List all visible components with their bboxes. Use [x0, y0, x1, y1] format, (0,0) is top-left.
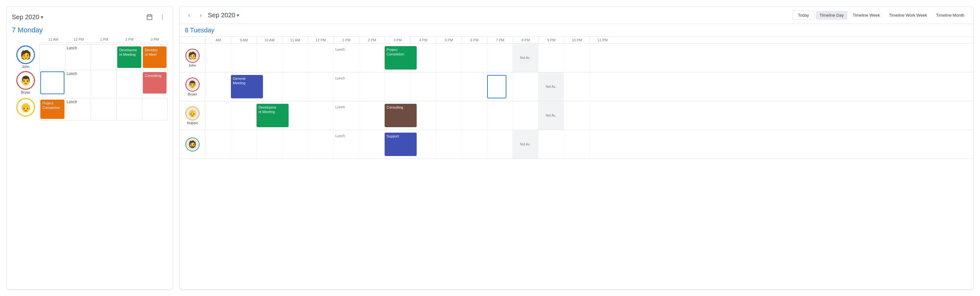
left-day-title: 7 Monday: [12, 26, 167, 34]
left-month-label: Sep 2020: [12, 13, 40, 21]
time-11am: 11 AM: [41, 38, 66, 41]
tl-cells-person4[interactable]: Lunch Support Not Av..: [205, 130, 973, 159]
view-timeline-work-week[interactable]: Timeline Work Week: [885, 11, 931, 19]
robert-project-completion[interactable]: ProjectCompletion: [40, 100, 64, 119]
view-timeline-day[interactable]: Timeline Day: [816, 11, 847, 19]
john-grid: [205, 44, 973, 72]
avatar-area-bryan: 👨 Bryan: [12, 71, 40, 94]
john-dev-meeting2[interactable]: Developnt Meet: [143, 46, 167, 68]
robert-cells: ProjectCompletion Lunch: [40, 98, 167, 121]
left-header-icons: [145, 12, 167, 22]
john-lunch: Lunch: [67, 46, 77, 50]
robert-tl-not-avail: Not Av..: [538, 101, 564, 130]
john-cells: Lunch Development Meeting Developnt Meet: [40, 44, 167, 70]
today-button[interactable]: Today: [792, 11, 815, 20]
bryan-label: Bryan: [21, 90, 30, 94]
bryan-grid: [205, 72, 973, 101]
svg-point-4: [162, 15, 163, 16]
robert-cell-12pm[interactable]: Lunch: [65, 98, 91, 121]
bryan-cell-12pm[interactable]: Lunch: [65, 70, 91, 95]
right-panel: ‹ › Sep 2020 ▾ Today Timeline Day Timeli…: [179, 6, 974, 290]
calendar-icon[interactable]: [145, 12, 155, 22]
bryan-cell-11am[interactable]: [40, 70, 65, 95]
tl-time-7pm: 7 PM: [487, 37, 513, 43]
left-panel: Sep 2020 ▾ 7 Monday 1: [6, 6, 173, 290]
tl-cells-john[interactable]: Lunch ProjectCompletion Not Av..: [205, 44, 973, 72]
view-timeline-month[interactable]: Timeline Month: [932, 11, 968, 19]
tl-time-12pm: 12 PM: [308, 37, 333, 43]
tl-time-9am: 9 AM: [231, 37, 256, 43]
person4-tl-support[interactable]: Support: [385, 133, 417, 156]
bryan-tl-general-meeting[interactable]: GeneralMeeting: [231, 75, 263, 98]
person4-tl-lunch: Lunch: [333, 133, 347, 139]
tl-cells-robert[interactable]: Development Meeting Lunch Consulting Not…: [205, 101, 973, 130]
robert-cell-2pm[interactable]: [116, 98, 142, 121]
john-dev-meeting[interactable]: Development Meeting: [117, 46, 141, 68]
robert-grid: [205, 101, 973, 130]
left-row-bryan: 👨 Bryan Lunch Consulting: [12, 70, 167, 95]
avatar-john: 🧑: [16, 46, 35, 64]
person4-grid: [205, 130, 973, 159]
john-cell-1pm[interactable]: [91, 44, 116, 70]
john-tl-project-completion[interactable]: ProjectCompletion: [385, 46, 417, 70]
left-month-title[interactable]: Sep 2020 ▾: [12, 13, 43, 21]
left-header: Sep 2020 ▾: [12, 12, 167, 22]
chevron-down-icon: ▾: [41, 14, 43, 20]
bryan-tl-not-avail: Not Av..: [538, 72, 564, 101]
avatar-robert: 👴: [16, 98, 35, 116]
next-button[interactable]: ›: [196, 11, 205, 20]
robert-cell-1pm[interactable]: [91, 98, 116, 121]
robert-cell-3pm[interactable]: [142, 98, 167, 121]
tl-avatar-robert: 👴: [185, 107, 199, 121]
robert-cell-11am[interactable]: ProjectCompletion: [40, 98, 65, 121]
avatar-area-robert: 👴: [12, 98, 40, 116]
bryan-consulting[interactable]: Consulting: [143, 72, 167, 94]
robert-tl-consulting[interactable]: Consulting: [385, 104, 417, 127]
tl-time-11am: 11 AM: [282, 37, 308, 43]
bryan-tl-lunch: Lunch: [333, 75, 347, 81]
robert-tl-dev-meeting[interactable]: Development Meeting: [256, 104, 288, 127]
tl-person-robert: 👴 Robert: [180, 101, 205, 130]
right-month-title[interactable]: Sep 2020 ▾: [208, 11, 239, 19]
time-2pm: 2 PM: [117, 38, 142, 41]
time-3pm: 3 PM: [142, 38, 167, 41]
time-12pm: 12 PM: [66, 38, 91, 41]
john-cell-3pm[interactable]: Developnt Meet: [142, 44, 167, 70]
john-cell-2pm[interactable]: Development Meeting: [116, 44, 142, 70]
john-cell-12pm[interactable]: Lunch: [65, 44, 91, 70]
right-month-label: Sep 2020: [208, 11, 235, 19]
tl-label-bryan: Bryan: [188, 92, 197, 96]
timeline-row-john: 🧑 John: [180, 44, 973, 72]
left-time-header: 11 AM 12 PM 1 PM 2 PM 3 PM: [41, 38, 167, 43]
view-timeline-week[interactable]: Timeline Week: [849, 11, 884, 19]
prev-button[interactable]: ‹: [185, 11, 194, 20]
bryan-tl-blue-outline[interactable]: [487, 75, 506, 98]
bryan-cell-2pm[interactable]: [116, 70, 142, 95]
right-header: ‹ › Sep 2020 ▾ Today Timeline Day Timeli…: [180, 7, 973, 24]
left-row-john: 🧑 John Lunch Development Meeting Develop…: [12, 44, 167, 70]
more-options-icon[interactable]: [157, 12, 167, 22]
tl-time-8pm: 8 PM: [513, 37, 538, 43]
tl-avatar-john: 🧑: [185, 49, 199, 63]
tl-person-bryan: 👨 Bryan: [180, 72, 205, 101]
tl-time-am: AM: [205, 37, 231, 43]
bryan-blue-outline[interactable]: [40, 72, 64, 94]
bryan-cell-3pm[interactable]: Consulting: [142, 70, 167, 95]
avatar-bryan: 👨: [16, 71, 35, 90]
timeline-row-bryan: 👨 Bryan: [180, 72, 973, 101]
right-chevron-icon: ▾: [237, 12, 239, 18]
left-row-robert: 👴 ProjectCompletion Lunch: [12, 95, 167, 118]
john-cell-11am[interactable]: [40, 44, 65, 70]
bryan-cell-1pm[interactable]: [91, 70, 116, 95]
tl-cells-bryan[interactable]: GeneralMeeting Lunch Not Av..: [205, 72, 973, 101]
tl-time-10pm: 10 PM: [564, 37, 590, 43]
john-tl-lunch: Lunch: [333, 46, 347, 53]
svg-point-6: [162, 19, 163, 19]
tl-time-6pm: 6 PM: [461, 37, 487, 43]
right-header-right: Today Timeline Day Timeline Week Timelin…: [792, 11, 968, 20]
timeline-row-robert: 👴 Robert: [180, 101, 973, 130]
tl-person-person4: 🧔: [180, 130, 205, 159]
timeline-container: AM 9 AM 10 AM 11 AM 12 PM 1 PM 2 PM 3 PM…: [180, 37, 973, 159]
bryan-cells: Lunch Consulting: [40, 70, 167, 95]
timeline-header: AM 9 AM 10 AM 11 AM 12 PM 1 PM 2 PM 3 PM…: [180, 37, 973, 44]
